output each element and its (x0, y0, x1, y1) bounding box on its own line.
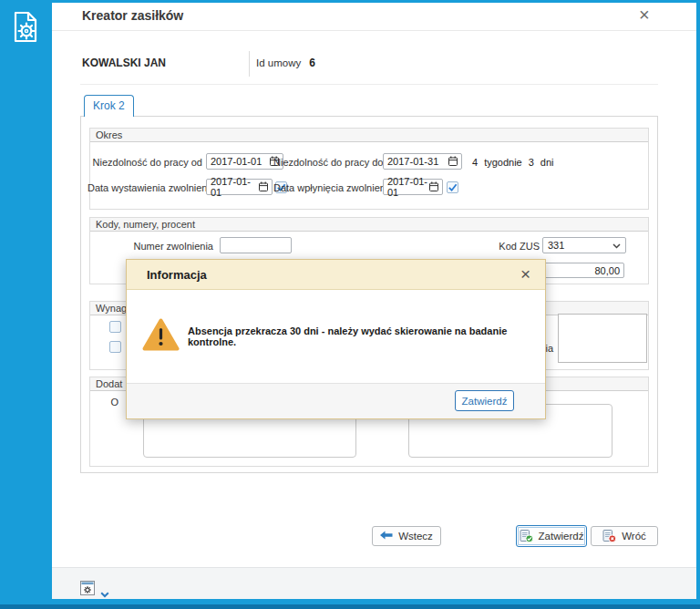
wynagrodzenie-checkbox-2[interactable] (109, 341, 121, 353)
close-icon[interactable]: × (639, 5, 650, 25)
info-dialog-message: Absencja przekracza 30 dni - należy wyda… (188, 290, 534, 383)
footer-bar (52, 567, 696, 599)
header-divider (249, 51, 250, 77)
confirm-button[interactable]: Zatwierdź (516, 525, 587, 547)
page-title: Kreator zasiłków (82, 8, 183, 23)
tab-krok-2[interactable]: Krok 2 (84, 95, 134, 117)
numer-zwolnienia-label: Numer zwolnienia (109, 241, 213, 252)
info-dialog: Informacja × Absencja przekracza 30 dni … (126, 259, 546, 419)
incapacity-from-value: 2017-01-01 (211, 156, 262, 167)
fieldset-okres: Okres (89, 128, 649, 210)
warning-triangle-icon (142, 318, 180, 356)
document-cancel-icon (602, 529, 616, 544)
issue-date-label: Data wystawienia zwolnienia (88, 182, 202, 193)
contract-id-label: Id umowy (256, 57, 301, 68)
benefits-wizard-window: Kreator zasiłków × KOWALSKI JAN Id umowy… (0, 0, 700, 609)
back-button-label: Wstecz (398, 531, 433, 542)
calendar-icon[interactable] (259, 181, 268, 193)
window-border-bottom-dark (0, 604, 700, 609)
duration-weeks-value: 4 (472, 157, 478, 168)
incapacity-to-label: Niezdolność do pracy do (273, 157, 378, 168)
incapacity-from-field[interactable]: 2017-01-01 (206, 153, 283, 170)
receipt-date-checkbox[interactable] (447, 181, 458, 193)
issue-date-field[interactable]: 2017-01-01 (206, 179, 273, 195)
chevron-down-icon[interactable] (100, 585, 109, 602)
document-gear-icon (11, 11, 41, 48)
fieldset-kody-legend: Kody, numery, procent (90, 218, 648, 232)
confirm-button-label: Zatwierdź (539, 531, 584, 542)
info-dialog-header: Informacja × (127, 260, 545, 290)
dodatkowe-label-fragment: O (108, 397, 118, 408)
info-dialog-body: Absencja przekracza 30 dni - należy wyda… (127, 290, 545, 383)
duration-summary: 4 tygodnie 3 dni (472, 157, 554, 168)
employee-name: KOWALSKI JAN (82, 57, 166, 69)
info-dialog-footer: Zatwierdź (127, 383, 545, 418)
info-dialog-close-icon[interactable]: × (520, 264, 530, 284)
return-button-label: Wróć (622, 531, 646, 542)
duration-days-unit: dni (540, 157, 554, 168)
incapacity-to-value: 2017-01-31 (387, 156, 438, 167)
wynagrodzenie-listbox[interactable] (558, 314, 647, 363)
contract-id: Id umowy 6 (256, 57, 315, 69)
numer-zwolnienia-input[interactable] (220, 237, 292, 253)
return-button[interactable]: Wróć (591, 526, 658, 546)
title-separator (52, 30, 696, 31)
kod-zus-select[interactable]: 331 (542, 237, 626, 253)
back-button[interactable]: Wstecz (372, 526, 441, 546)
calendar-icon[interactable] (429, 181, 438, 193)
info-dialog-title: Informacja (147, 268, 207, 282)
header-separator (80, 84, 658, 85)
fieldset-okres-legend: Okres (90, 129, 648, 142)
chevron-down-icon (612, 240, 621, 251)
duration-days-value: 3 (529, 157, 534, 168)
window-border-right (696, 0, 700, 609)
info-dialog-confirm-button[interactable]: Zatwierdź (455, 390, 514, 411)
duration-weeks-unit: tygodnie (484, 157, 522, 168)
receipt-date-field[interactable]: 2017-01-01 (383, 179, 443, 195)
window-gear-icon[interactable] (80, 581, 95, 599)
calendar-icon[interactable] (448, 156, 458, 168)
kod-zus-label: Kod ZUS (474, 241, 540, 252)
procent-input[interactable]: 80,00 (544, 263, 624, 278)
window-border-top (0, 0, 700, 3)
incapacity-to-field[interactable]: 2017-01-31 (383, 153, 462, 170)
receipt-date-value: 2017-01-01 (387, 176, 429, 198)
arrow-left-icon (380, 531, 393, 542)
wynagrodzenie-checkbox-1[interactable] (109, 321, 121, 333)
kod-zus-value: 331 (548, 240, 564, 251)
contract-id-value: 6 (309, 57, 315, 69)
document-check-icon (520, 529, 533, 544)
issue-date-value: 2017-01-01 (211, 176, 259, 198)
receipt-date-label: Data wpłynięcia zwolnienia (273, 182, 378, 193)
sidebar (0, 0, 52, 604)
incapacity-from-label: Niezdolność do pracy od (88, 157, 202, 168)
